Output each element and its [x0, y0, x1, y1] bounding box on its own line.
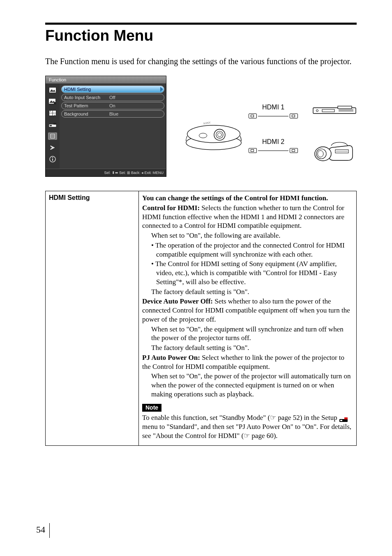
- menu-row: Background Blue: [61, 110, 164, 118]
- text: When set to "On", the following are avai…: [151, 231, 353, 240]
- menu-footer: Sel: ⬍⬌ Set: ⊞ Back: ◂ Exit: MENU: [46, 169, 166, 176]
- screen-icon: [48, 109, 57, 117]
- control-for-hdmi-label: Control for HDMI:: [142, 204, 200, 212]
- hdmi2-label: HDMI 2: [249, 138, 298, 146]
- svg-point-18: [52, 157, 53, 158]
- page-number: 54: [36, 523, 50, 538]
- adv-picture-icon: [48, 98, 57, 105]
- menu-row: Auto Input Search Off: [61, 94, 164, 101]
- note-text: To enable this function, set "Standby Mo…: [142, 414, 339, 422]
- setup-icon: [339, 416, 348, 422]
- menu-row: Test Pattern On: [61, 102, 164, 109]
- page-title: Function Menu: [45, 27, 357, 44]
- info-icon: [48, 155, 57, 163]
- svg-point-21: [187, 125, 240, 143]
- menu-rows: HDMI Setting Auto Input Search Off Test …: [60, 84, 166, 169]
- menu-row-label: Auto Input Search: [64, 95, 109, 100]
- hdmi1-label: HDMI 1: [249, 104, 298, 111]
- text: The factory default setting is "On".: [151, 287, 353, 297]
- intro-paragraph: The Function menu is used for changing t…: [45, 56, 357, 67]
- hdmi-cable: [249, 148, 298, 153]
- device-auto-power-off-label: Device Auto Power Off:: [142, 297, 213, 305]
- note-badge: Note: [142, 404, 161, 412]
- installation-icon: [48, 144, 57, 151]
- svg-rect-40: [340, 420, 342, 421]
- text: When set to "On", the equipment will syn…: [151, 325, 353, 343]
- menu-title: Function: [46, 76, 166, 84]
- projector-icon: SONY: [183, 112, 244, 151]
- camcorder-icon: [312, 140, 353, 163]
- menu-row: HDMI Setting: [61, 86, 164, 93]
- menu-row-label: Test Pattern: [64, 103, 109, 108]
- svg-point-35: [318, 151, 323, 157]
- menu-screenshot: Function: [45, 76, 166, 177]
- setting-lead: You can change the settings of the Contr…: [142, 194, 353, 203]
- menu-row-label: HDMI Setting: [64, 87, 109, 92]
- svg-rect-28: [338, 106, 352, 109]
- text: When set to "On", the power of the proje…: [151, 372, 353, 398]
- pj-auto-power-on-label: PJ Auto Power On:: [142, 354, 200, 361]
- svg-rect-19: [52, 159, 53, 161]
- menu-row-value: Blue: [109, 111, 118, 116]
- menu-row-label: Background: [64, 111, 109, 116]
- text: The factory default setting is "On".: [151, 343, 353, 352]
- svg-rect-0: [49, 88, 56, 93]
- svg-point-4: [54, 102, 56, 104]
- svg-rect-11: [53, 123, 56, 125]
- bullet: • The operation of the projector and the…: [151, 241, 353, 259]
- svg-rect-39: [344, 417, 348, 419]
- picture-icon: [48, 86, 57, 94]
- menu-row-value: On: [109, 103, 115, 108]
- note-text: menu to "Standard", and then set "PJ Aut…: [142, 423, 351, 440]
- settings-table: HDMI Setting You can change the settings…: [45, 191, 357, 446]
- svg-point-25: [199, 133, 207, 138]
- bullet: • The Control for HDMI setting of Sony e…: [151, 259, 353, 286]
- bluray-player-icon: [312, 103, 357, 119]
- svg-rect-12: [50, 125, 52, 126]
- menu-row-value: Off: [109, 95, 115, 100]
- setting-key: HDMI Setting: [46, 191, 139, 446]
- function-icon: [48, 132, 57, 140]
- svg-text:SONY: SONY: [203, 121, 211, 125]
- svg-point-24: [218, 133, 222, 137]
- hdmi-cable: [249, 114, 298, 118]
- hdmi-figure: SONY HDMI 1 HDMI 2: [183, 100, 357, 174]
- setup-icon: [48, 121, 57, 128]
